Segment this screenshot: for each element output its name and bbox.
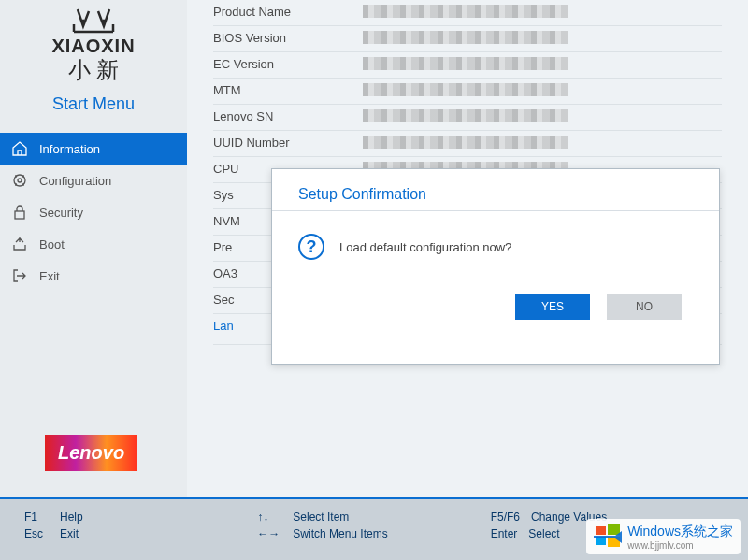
dialog-title: Setup Confirmation [272, 169, 719, 211]
home-icon [11, 140, 28, 157]
hint-help: F1Help [24, 509, 257, 525]
hint-select-item: ↑↓Select Item [257, 509, 490, 525]
nav-information[interactable]: Information [0, 133, 187, 165]
nav-label: Security [39, 206, 83, 220]
question-icon: ? [298, 234, 324, 260]
info-row-uuid: UUID Number [213, 131, 722, 157]
config-icon [11, 172, 28, 189]
dialog-message: Load default configuration now? [339, 240, 511, 254]
nav-label: Information [39, 142, 100, 156]
nav-label: Boot [39, 237, 65, 251]
yes-button[interactable]: YES [515, 294, 590, 320]
watermark-url: www.bjjmlv.com [627, 540, 733, 551]
boot-icon [11, 236, 28, 252]
svg-rect-5 [596, 526, 606, 535]
nav-exit[interactable]: Exit [0, 260, 187, 292]
info-row-lenovo-sn: Lenovo SN [213, 105, 722, 131]
nav-menu: Information Configuration Security Boot … [0, 133, 187, 292]
lock-icon [11, 204, 28, 221]
hint-switch-menu: ←→Switch Menu Items [257, 525, 490, 542]
nav-label: Configuration [39, 174, 111, 188]
brand-name-cn: 小 新 [14, 55, 173, 85]
nav-label: Exit [39, 269, 60, 283]
brand-logo: XIAOXIN 小 新 Start Menu [0, 7, 187, 114]
start-menu-label: Start Menu [14, 94, 173, 114]
hint-exit: EscExit [24, 525, 257, 542]
watermark-text: Windows系统之家 [627, 524, 733, 540]
xiaoxin-cat-icon [70, 7, 117, 34]
exit-icon [11, 267, 28, 284]
brand-name-en: XIAOXIN [14, 36, 173, 57]
info-row-product-name: Product Name [213, 0, 722, 26]
svg-point-0 [82, 20, 85, 22]
svg-rect-4 [15, 211, 24, 219]
nav-boot[interactable]: Boot [0, 228, 187, 260]
nav-configuration[interactable]: Configuration [0, 165, 187, 196]
info-row-mtm: MTM [213, 79, 722, 105]
lenovo-logo: Lenovo [45, 435, 137, 471]
confirmation-dialog: Setup Confirmation ? Load default config… [271, 168, 720, 365]
nav-security[interactable]: Security [0, 196, 187, 228]
svg-rect-6 [608, 524, 620, 535]
info-row-ec-version: EC Version [213, 52, 722, 79]
sidebar: XIAOXIN 小 新 Start Menu Information Confi… [0, 0, 187, 497]
svg-point-1 [103, 20, 106, 22]
windows-icon [594, 523, 622, 551]
no-button[interactable]: NO [607, 294, 682, 320]
info-row-bios-version: BIOS Version [213, 26, 722, 52]
watermark: Windows系统之家 www.bjjmlv.com [586, 519, 741, 554]
svg-point-3 [18, 179, 22, 182]
